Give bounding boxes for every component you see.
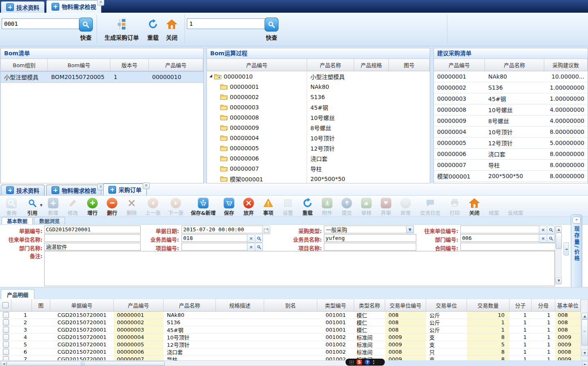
bom-tree-node[interactable]: 00000010小型注塑模具 (207, 71, 430, 81)
column-header[interactable]: 采购建议数 (544, 59, 588, 71)
close-icon[interactable]: × (97, 0, 104, 6)
lookup-icon[interactable] (255, 243, 263, 251)
calendar-icon[interactable] (262, 226, 270, 234)
delete-x-button[interactable]: 删除 (122, 197, 141, 217)
scrollbar-thumb[interactable] (556, 233, 562, 249)
suggest-row[interactable]: 00000006浇口套8.00000000 (434, 149, 588, 160)
bom-tree-node[interactable]: 00000002S136 (207, 92, 430, 102)
quick-search-button-left[interactable]: 快查 (76, 18, 96, 41)
column-header[interactable]: 交易单位编号 (385, 299, 426, 311)
settings-grid-button[interactable]: 设置 (278, 197, 298, 217)
column-header[interactable]: 交易单位 (426, 299, 467, 311)
panel-collapse-handle[interactable]: ◄ (563, 242, 569, 255)
row-checkbox[interactable] (3, 319, 9, 325)
purchase-type-select[interactable]: 一般采购 ▼ (324, 226, 414, 233)
contract-no-input[interactable] (460, 243, 557, 251)
thumbs-down-button[interactable]: 弃审 (376, 197, 396, 217)
quick-search-input-right[interactable] (187, 18, 265, 29)
column-header[interactable]: 产品编号 (149, 59, 203, 71)
add-row-button[interactable]: 增行 (83, 197, 102, 217)
bom-list-row[interactable]: 小型注塑模具BOM20150720005100000010 (1, 71, 203, 83)
lookup-icon[interactable] (255, 234, 263, 243)
column-header[interactable]: 版本号 (110, 59, 149, 71)
column-header[interactable]: 基本单位 (555, 299, 581, 311)
collapse-left-icon[interactable]: « (572, 217, 581, 224)
attachment-button[interactable]: 附件 (317, 197, 337, 217)
ime-help-icon[interactable]: ? (365, 359, 370, 365)
column-header[interactable]: 分母 (532, 299, 555, 311)
tree-expand-icon[interactable] (209, 75, 212, 77)
row-checkbox[interactable] (3, 356, 9, 360)
scroll-left-icon[interactable]: ◄ (1, 361, 7, 366)
detail-row[interactable]: 4CGD201507200010000000410号顶针001002标准间000… (0, 334, 581, 341)
lookup-icon[interactable] (547, 234, 555, 243)
salesman-no-input[interactable] (182, 234, 248, 242)
column-header[interactable]: Bom编号 (48, 59, 110, 71)
row-checkbox[interactable] (3, 349, 9, 355)
dropdown-caret-icon[interactable]: ▼ (40, 203, 43, 207)
suggest-row[interactable]: 0000000810号螺丝4.00000000 (434, 104, 588, 115)
thumbs-up-button[interactable]: 审核 (357, 197, 376, 217)
bom-tree-node[interactable]: 00000001NAk80 (207, 81, 430, 92)
quick-search-button-right[interactable]: 快查 (262, 18, 281, 41)
warning-button[interactable]: 事项 (258, 197, 278, 217)
abnormal-button[interactable]: 异常 (396, 197, 415, 217)
bom-tree-node[interactable]: 000000098号螺丝 (207, 122, 430, 133)
column-header[interactable]: 分子 (509, 299, 532, 311)
column-header[interactable]: 产品名称 (164, 299, 216, 311)
suggest-row[interactable]: 0000000410号顶针8.00000000 (434, 127, 588, 138)
column-header[interactable]: 产品编号 (207, 59, 307, 71)
row-checkbox[interactable] (3, 327, 9, 333)
chevron-down-icon[interactable]: ▼ (406, 226, 413, 233)
printer-button[interactable]: 打印 (445, 197, 465, 217)
suggest-row[interactable]: 00000002S1361.00000000 (434, 82, 588, 93)
lookup-icon[interactable] (547, 226, 555, 234)
doc-date-input[interactable] (182, 226, 263, 233)
column-header[interactable]: 类型编号 (317, 299, 354, 311)
quick-search-input-left[interactable] (2, 18, 81, 29)
scroll-up-icon[interactable]: ▲ (556, 226, 562, 233)
bom-tree-node[interactable]: 模架000001200*500*50 (207, 174, 430, 183)
column-header[interactable]: 产品名称 (307, 59, 354, 71)
ime-expand-icon[interactable]: ▴▾ (373, 359, 375, 365)
detail-row[interactable]: 7CGD2015072000100000007导柱001002标准间0009支8… (0, 356, 581, 360)
row-checkbox[interactable] (3, 312, 9, 318)
suggest-row[interactable]: 0000000512号顶针5.00000000 (434, 138, 588, 149)
submit-up-button[interactable]: 提交 (337, 197, 357, 217)
bom-tree-node[interactable]: 00000006浇口套 (207, 153, 430, 163)
top-tab[interactable]: 技术资料 (1, 1, 45, 13)
detail-row[interactable]: 5CGD201507200010000000512号顶针001002标准间000… (0, 341, 581, 348)
dept-no-input[interactable] (460, 234, 540, 242)
suggest-row[interactable]: 0000000345#钢1.00000000 (434, 93, 588, 104)
refresh-button[interactable]: 重载 (298, 197, 317, 217)
discard-x-button[interactable]: 放弃 (239, 197, 258, 217)
column-header[interactable]: 类型名称 (354, 299, 385, 311)
clear-x-icon[interactable]: × (247, 243, 255, 251)
bom-tree-node[interactable]: 0000000345#钢 (207, 102, 430, 112)
column-header[interactable]: 产品规格 (354, 59, 389, 71)
column-header[interactable]: 别名 (264, 299, 317, 311)
partner-name-input[interactable] (44, 234, 141, 242)
suggest-row[interactable]: 00000001NAk8010.00000... (434, 71, 588, 82)
generate-po-tree-button[interactable]: 生成采购订单 (100, 17, 143, 41)
ime-logo-icon[interactable]: S (357, 359, 362, 365)
ime-toolbar[interactable]: S ? ▴▾ (346, 359, 385, 366)
save-cart-button[interactable]: 保存 (219, 197, 239, 217)
doc-no-input[interactable] (44, 226, 141, 233)
suggest-row[interactable]: 模架000001200*500*508.00000000 (434, 171, 588, 182)
edit-pencil-button[interactable]: 修改 (63, 197, 83, 217)
scroll-up-icon[interactable]: ▲ (581, 313, 588, 319)
drag-handle-icon[interactable] (349, 360, 354, 364)
search-button[interactable]: 查询 (2, 197, 21, 217)
column-header[interactable]: 交易数量 (467, 299, 509, 311)
bom-tree-node[interactable]: 0000000410号顶针 (207, 133, 430, 143)
partner-no-input[interactable] (460, 226, 540, 233)
column-header[interactable]: 规格描述 (216, 299, 264, 311)
remark-textarea[interactable] (44, 251, 555, 286)
select-column-header[interactable] (0, 299, 11, 311)
bottom-tab[interactable]: 采购订单× (103, 183, 147, 195)
suggest-row[interactable]: 000000098号螺丝4.00000000 (434, 115, 588, 127)
detail-row[interactable]: 3CGD201507200010000000345#钢001001模仁008公斤… (0, 326, 581, 334)
bottom-tab[interactable]: 物料需求检视× (46, 185, 101, 195)
row-checkbox[interactable] (3, 334, 9, 340)
